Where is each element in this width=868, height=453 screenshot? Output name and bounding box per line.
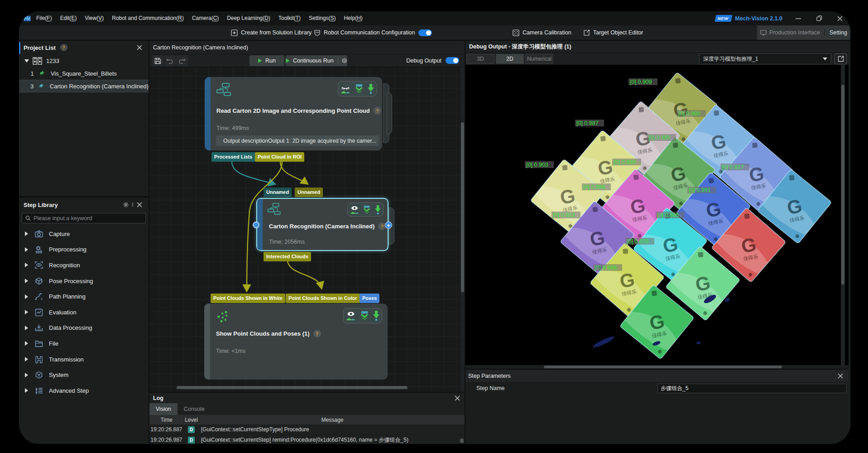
step-category-evaluation[interactable]: Evaluation [19,304,149,320]
visualization-on-icon[interactable] [350,205,360,214]
node-canvas[interactable]: Read Carton 2D Image and Corresponding P… [149,67,465,392]
undo-button[interactable] [164,55,176,66]
menu-camera[interactable]: Camera(C) [188,11,223,25]
port-processed-lists[interactable]: Processed Lists [211,152,255,162]
expand-chevrons-icon[interactable] [363,205,371,214]
run-settings-icon[interactable] [342,58,347,64]
download-output-icon[interactable] [373,310,380,321]
node-read-carton-2d-image[interactable]: Read Carton 2D Image and Corresponding P… [205,77,382,150]
run-button[interactable]: Run [249,55,284,66]
step-category-system[interactable]: System [19,367,149,383]
project-root-row[interactable]: 1233 [19,54,149,67]
step-category-recognition[interactable]: Recognition [19,257,149,273]
step-category-path-planning[interactable]: Path Planning [19,289,149,304]
view-3d-button[interactable]: 3D [466,54,494,64]
expand-caret-icon[interactable] [25,357,28,361]
download-output-icon[interactable] [367,83,374,94]
expand-caret-icon[interactable] [25,326,28,330]
menu-edit[interactable]: Edit(E) [56,11,81,25]
log-tab-console[interactable]: Console [177,403,211,415]
step-category-capture[interactable]: Capture [19,226,149,242]
redo-button[interactable] [176,55,188,66]
robot-communication-toggle[interactable] [418,29,432,36]
minimize-button[interactable] [788,11,809,25]
create-from-solution-library-button[interactable]: Create from Solution Library [231,25,312,40]
node-show-point-clouds[interactable]: Show Point Clouds and Poses (1) ? Time: … [204,304,388,380]
log-vscrollbar[interactable] [460,439,464,443]
expand-chevrons-icon[interactable] [360,311,369,321]
robot-communication-configuration-control[interactable]: Robot Communication Configuration [314,25,432,40]
expand-caret-icon[interactable] [25,373,28,377]
log-close-icon[interactable] [454,395,461,402]
continuous-run-button[interactable]: Continuous Run [286,55,347,66]
expand-caret-icon[interactable] [25,247,28,252]
expand-caret-icon[interactable] [25,341,28,346]
menu-file[interactable]: File(F) [32,11,56,25]
step-category-pose-processing[interactable]: Pose Processing [19,273,149,289]
expand-caret-icon[interactable] [25,263,28,267]
step-category-file[interactable]: File [19,336,149,352]
expand-caret-icon[interactable] [25,231,28,236]
expand-caret-icon[interactable] [24,59,29,63]
node-add-port-button[interactable]: + [385,222,392,229]
graph-tab-label[interactable]: Carton Recognition (Camera Inclined) [153,44,248,51]
canvas-hscrollbar[interactable] [177,386,408,389]
step-category-preprocessing[interactable]: Preprocessing [19,242,149,258]
step-library-close-icon[interactable] [136,201,143,208]
step-parameters-close-icon[interactable] [837,372,844,380]
production-interface-button[interactable]: Production Interface [760,29,820,36]
step-library-settings-gear-icon[interactable] [122,201,129,208]
restore-button[interactable] [809,11,830,25]
close-button[interactable] [830,11,850,25]
menu-settings[interactable]: Settings(S) [305,11,340,25]
menu-toolkit[interactable]: Toolkit(T) [274,11,305,25]
port-point-clouds-color[interactable]: Point Clouds Shown in Color [286,294,360,303]
download-output-icon[interactable] [374,205,381,215]
expand-caret-icon[interactable] [25,310,28,314]
viewer-hscrollbar[interactable] [544,366,782,368]
camera-calibration-button[interactable]: Camera Calibration [513,25,571,40]
port-unnamed-1[interactable]: Unnamed [264,188,292,197]
view-2d-button[interactable]: 2D [496,54,524,64]
expand-caret-icon[interactable] [25,388,28,393]
visualization-on-icon[interactable] [345,311,356,321]
step-search-input[interactable] [34,215,142,222]
project-list-close-icon[interactable] [136,44,143,51]
canvas-vscrollbar[interactable] [461,122,464,292]
visualization-off-icon[interactable] [340,84,351,94]
node-carton-recognition[interactable]: Carton Recognition (Camera Inclined) ? T… [256,198,388,251]
port-unnamed-2[interactable]: Unnamed [295,188,323,197]
node-help-icon[interactable]: ? [374,107,381,115]
node-help-icon[interactable]: ? [313,330,321,337]
project-item-1[interactable]: 1 Vis_Square_Steel_Billets [19,67,149,80]
node-output-description[interactable]: Output descriptionOutput 1: 2D image acq… [216,135,379,146]
port-interected-clouds[interactable]: Interected Clouds [264,252,311,261]
step-name-input[interactable] [657,384,847,393]
log-row[interactable]: 19:20:26.987 D [GuiContext::setCurrentSt… [149,435,465,444]
step-category-advanced-step[interactable]: Advanced Step [19,383,149,399]
view-numerical-button[interactable]: Numerical [525,54,553,64]
expand-chevrons-icon[interactable] [355,84,364,94]
menu-help[interactable]: Help(H) [340,11,366,25]
target-object-editor-button[interactable]: Target Object Editor [583,25,643,40]
debug-image-viewer[interactable]: G佳得乐G佳得乐G佳得乐G佳得乐G佳得乐G佳得乐G佳得乐G佳得乐G佳得乐G佳得乐… [465,65,849,365]
open-external-window-button[interactable] [834,53,847,64]
menu-deep-learning[interactable]: Deep Learning(D) [223,11,274,25]
port-point-cloud-in-roi[interactable]: Point Cloud in ROI [255,152,304,162]
debug-output-toggle[interactable] [446,57,459,64]
save-button[interactable] [152,55,163,66]
step-library-pin-icon[interactable]: I [129,202,136,208]
log-tab-vision[interactable]: Vision [149,403,177,415]
step-category-data-processing[interactable]: Data Processing [19,320,149,336]
setting-button[interactable]: Setting [830,29,847,36]
expand-caret-icon[interactable] [25,294,28,299]
project-list-help-icon[interactable]: ? [60,44,67,51]
step-category-transmission[interactable]: Transmission [19,352,149,367]
port-point-clouds-white[interactable]: Point Clouds Shown in White [211,294,285,303]
menu-robot-and-communication[interactable]: Robot and Communication(R) [108,11,188,25]
debug-source-dropdown[interactable]: 深度学习模型包推理_1 [699,53,831,64]
port-poses[interactable]: Poses [360,294,379,303]
menu-view[interactable]: View(V) [81,11,108,25]
expand-caret-icon[interactable] [25,279,28,283]
node-input-port[interactable] [253,222,259,228]
